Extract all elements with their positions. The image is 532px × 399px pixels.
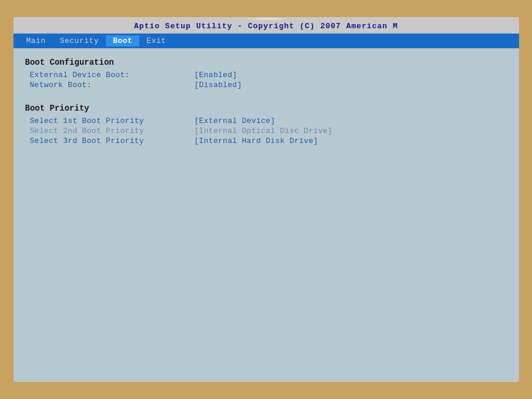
bios-screen: Aptio Setup Utility - Copyright (C) 2007… [14, 17, 519, 382]
boot-priority-header: Boot Priority [25, 104, 507, 113]
second-boot-priority-label: Select 2nd Boot Priority [30, 127, 195, 135]
screen-bezel: Aptio Setup Utility - Copyright (C) 2007… [14, 17, 519, 382]
menu-security[interactable]: Security [53, 35, 106, 46]
external-device-boot-row[interactable]: External Device Boot: [Enabled] [25, 71, 507, 79]
menu-bar: Main Security Boot Exit [14, 34, 519, 48]
bios-title: Aptio Setup Utility - Copyright (C) 2007… [134, 22, 398, 31]
content-area: Boot Configuration External Device Boot:… [14, 48, 519, 382]
network-boot-row[interactable]: Network Boot: [Disabled] [25, 81, 507, 89]
spacer-1 [25, 91, 507, 98]
third-boot-priority-row[interactable]: Select 3rd Boot Priority [Internal Hard … [25, 137, 507, 145]
boot-configuration-header: Boot Configuration [25, 58, 507, 67]
network-boot-label: Network Boot: [30, 81, 195, 89]
menu-exit[interactable]: Exit [139, 35, 173, 46]
first-boot-priority-row[interactable]: Select 1st Boot Priority [External Devic… [25, 117, 507, 125]
network-boot-value: [Disabled] [195, 81, 242, 89]
first-boot-priority-label: Select 1st Boot Priority [30, 117, 195, 125]
second-boot-priority-value: [Internal Optical Disc Drive] [195, 127, 333, 135]
external-device-boot-label: External Device Boot: [30, 71, 195, 79]
menu-main[interactable]: Main [19, 35, 53, 46]
second-boot-priority-row[interactable]: Select 2nd Boot Priority [Internal Optic… [25, 127, 507, 135]
menu-boot[interactable]: Boot [106, 35, 139, 46]
title-bar: Aptio Setup Utility - Copyright (C) 2007… [14, 17, 519, 34]
third-boot-priority-label: Select 3rd Boot Priority [30, 137, 195, 145]
first-boot-priority-value: [External Device] [195, 117, 276, 125]
external-device-boot-value: [Enabled] [195, 71, 237, 79]
third-boot-priority-value: [Internal Hard Disk Drive] [195, 137, 319, 145]
